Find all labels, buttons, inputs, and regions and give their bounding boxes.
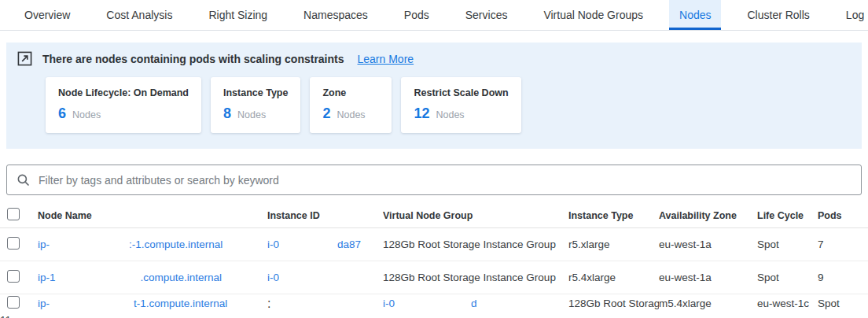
tab-right-sizing[interactable]: Right Sizing xyxy=(198,0,278,30)
pods-cell: 11 xyxy=(0,314,38,318)
row-checkbox[interactable] xyxy=(7,296,20,309)
col-pods: Pods xyxy=(818,210,868,221)
redaction-block xyxy=(279,272,366,284)
row-checkbox[interactable] xyxy=(7,237,20,250)
select-all-checkbox[interactable] xyxy=(7,208,20,220)
instance-type-cell: r5.4xlarge xyxy=(568,272,659,283)
life-cycle-cell: Spot xyxy=(757,272,818,283)
card-unit: Nodes xyxy=(436,109,464,120)
filter-search-bar[interactable] xyxy=(6,165,862,195)
tab-virtual-node-groups[interactable]: Virtual Node Groups xyxy=(533,0,653,30)
col-life-cycle: Life Cycle xyxy=(757,210,818,221)
availability-zone-cell: eu-west-1a xyxy=(659,272,757,283)
card-instance-type[interactable]: Instance Type 8 Nodes xyxy=(211,77,300,133)
row-checkbox[interactable] xyxy=(7,270,20,283)
virtual-node-group-cell: 128Gb Root Storage Instance Group xyxy=(568,298,659,309)
card-restrict-scale-down[interactable]: Restrict Scale Down 12 Nodes xyxy=(401,77,520,133)
virtual-node-group-cell: 128Gb Root Storage Instance Group xyxy=(383,272,568,283)
banner-message: There are nodes containing pods with sca… xyxy=(42,53,344,65)
card-count: 12 xyxy=(414,105,429,122)
card-count: 8 xyxy=(223,105,231,122)
scaling-constraints-banner: There are nodes containing pods with sca… xyxy=(6,43,862,149)
search-input[interactable] xyxy=(39,174,851,187)
redaction-block xyxy=(50,298,134,310)
instance-id-link[interactable]: i-0da87 xyxy=(267,238,383,251)
col-instance-id: Instance ID xyxy=(267,210,383,221)
node-name-link[interactable]: ip-t-1.compute.internal xyxy=(38,298,267,310)
card-unit: Nodes xyxy=(337,109,365,120)
scaling-constraint-icon xyxy=(17,51,32,66)
availability-zone-cell: eu-west-1a xyxy=(659,238,757,250)
card-title: Node Lifecycle: On Demand xyxy=(58,87,189,98)
col-availability-zone: Availability Zone xyxy=(659,210,757,221)
card-node-lifecycle[interactable]: Node Lifecycle: On Demand 6 Nodes xyxy=(46,77,201,133)
node-name-link[interactable]: ip-:-1.compute.internal xyxy=(38,238,267,251)
pods-cell: 7 xyxy=(818,238,868,250)
tab-cluster-rolls[interactable]: Cluster Rolls xyxy=(737,0,819,30)
instance-type-cell: m5.4xlarge xyxy=(659,298,757,309)
redaction-block xyxy=(279,238,337,251)
redaction-block xyxy=(395,298,471,310)
tab-bar: Overview Cost Analysis Right Sizing Name… xyxy=(0,0,868,31)
redaction-block xyxy=(50,238,129,251)
tab-overview[interactable]: Overview xyxy=(14,0,80,30)
constraint-cards: Node Lifecycle: On Demand 6 Nodes Instan… xyxy=(46,77,851,133)
tab-namespaces[interactable]: Namespaces xyxy=(293,0,378,30)
table-header-row: Node Name Instance ID Virtual Node Group… xyxy=(0,204,868,228)
tab-cost-analysis[interactable]: Cost Analysis xyxy=(96,0,182,30)
card-title: Instance Type xyxy=(223,87,288,98)
instance-id-link[interactable]: i-0d xyxy=(383,298,568,310)
col-instance-type: Instance Type xyxy=(568,210,659,221)
availability-zone-cell: eu-west-1c xyxy=(757,298,818,309)
life-cycle-cell: Spot xyxy=(757,238,818,250)
tab-services[interactable]: Services xyxy=(455,0,518,30)
table-row: ip-t-1.compute.internal : i-0d 128Gb Roo… xyxy=(0,294,868,318)
table-row: ip-:-1.compute.internal i-0da87 128Gb Ro… xyxy=(0,228,868,261)
tab-nodes[interactable]: Nodes xyxy=(669,0,721,30)
card-unit: Nodes xyxy=(72,109,101,120)
col-node-name: Node Name xyxy=(38,210,267,221)
table-row: ip-1.compute.internal i-0 128Gb Root Sto… xyxy=(0,261,868,294)
virtual-node-group-cell: 128Gb Root Storage Instance Group xyxy=(383,238,568,250)
card-unit: Nodes xyxy=(237,109,266,120)
col-virtual-node-group: Virtual Node Group xyxy=(383,210,568,221)
redaction-block xyxy=(56,272,141,284)
pods-cell: 9 xyxy=(818,272,868,283)
card-title: Restrict Scale Down xyxy=(414,87,508,98)
life-cycle-cell: Spot xyxy=(818,298,868,309)
tab-log[interactable]: Log xyxy=(836,0,868,30)
nodes-table: Node Name Instance ID Virtual Node Group… xyxy=(0,204,868,318)
card-count: 6 xyxy=(58,105,66,122)
instance-type-cell: r5.xlarge xyxy=(568,238,659,250)
card-title: Zone xyxy=(322,87,379,98)
learn-more-link[interactable]: Learn More xyxy=(358,53,414,65)
tab-pods[interactable]: Pods xyxy=(394,0,440,30)
card-zone[interactable]: Zone 2 Nodes xyxy=(310,77,392,133)
search-icon xyxy=(17,173,31,187)
node-name-link[interactable]: ip-1.compute.internal xyxy=(38,272,267,284)
card-count: 2 xyxy=(322,105,330,122)
instance-id-link[interactable]: i-0 xyxy=(267,272,383,284)
